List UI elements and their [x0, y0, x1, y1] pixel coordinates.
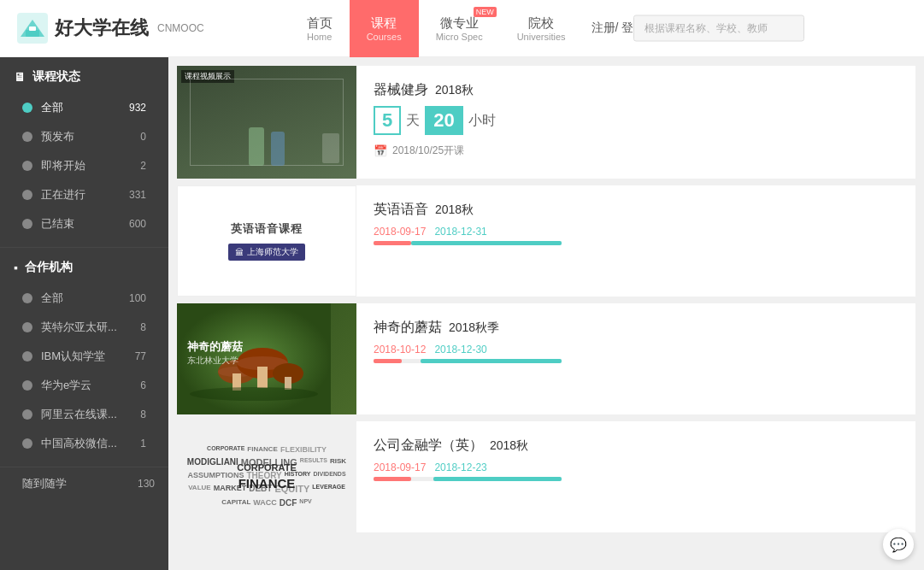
sidebar-item-huawei[interactable]: 华为e学云 6 — [14, 371, 155, 400]
course-thumb-english: 英语语音课程 🏛 上海师范大学 — [177, 185, 356, 297]
finance-word: FINANCE — [247, 445, 278, 455]
dot-icon — [22, 293, 32, 303]
finance-word: DCF — [280, 498, 297, 508]
partner-title: ▪ 合作机构 — [14, 260, 155, 284]
sidebar-item-random[interactable]: 随到随学 130 — [0, 467, 168, 500]
sidebar-item-ended[interactable]: 已结束 600 — [14, 209, 155, 238]
finance-word: VALUE — [188, 484, 211, 495]
calendar-icon: 📅 — [374, 144, 387, 157]
progress-fill-end — [421, 359, 562, 363]
course-thumb-mushroom: 神奇的蘑菇 东北林业大学 — [177, 303, 356, 414]
sidebar-item-all-courses[interactable]: 全部 932 — [14, 93, 155, 122]
active-indicator — [22, 103, 32, 113]
course-thumb-gym: 课程视频展示 — [177, 66, 356, 179]
svg-rect-10 — [257, 367, 268, 388]
new-badge: NEW — [474, 7, 497, 17]
finance-word: MODIGLIANI — [187, 457, 238, 468]
progress-fill-start — [374, 359, 402, 363]
svg-rect-12 — [285, 377, 291, 390]
nav-universities[interactable]: 院校 Universities — [500, 0, 583, 57]
school-badge: 🏛 上海师范大学 — [228, 244, 305, 261]
finance-word: WACC — [253, 498, 277, 508]
main-nav: 首页 Home 课程 Courses NEW 微专业 Micro Spec 院校… — [290, 0, 583, 57]
progress-bar-finance — [374, 477, 562, 481]
course-card-english[interactable]: 英语语音课程 🏛 上海师范大学 英语语音 2018秋 2018-09-17 20… — [177, 185, 915, 297]
partner-section: ▪ 合作机构 全部 100 英特尔亚太研... 8 IBM认知学堂 77 华为e… — [0, 248, 168, 467]
sidebar-item-ibm[interactable]: IBM认知学堂 77 — [14, 342, 155, 371]
course-info-english: 英语语音 2018秋 2018-09-17 2018-12-31 — [356, 185, 915, 297]
course-title-finance: 公司金融学（英） 2018秋 — [374, 437, 898, 455]
course-info-mushroom: 神奇的蘑菇 2018秋季 2018-10-12 2018-12-30 — [356, 303, 915, 414]
main-layout: 🖥 课程状态 全部 932 预发布 0 即将开始 2 正在进行 331 — [0, 57, 924, 570]
course-title-mushroom: 神奇的蘑菇 2018秋季 — [374, 319, 898, 337]
mushroom-svg: 神奇的蘑菇 东北林业大学 — [177, 303, 331, 414]
person-figure-2 — [271, 132, 285, 166]
course-title-english: 英语语音 2018秋 — [374, 201, 898, 219]
finance-title-overlay: CORPORATE FINANCE — [237, 461, 296, 492]
finance-word: RISK — [330, 457, 346, 468]
dot-icon — [22, 219, 32, 229]
svg-text:东北林业大学: 东北林业大学 — [187, 356, 238, 365]
course-status-title: 🖥 课程状态 — [14, 69, 155, 93]
course-status-section: 🖥 课程状态 全部 932 预发布 0 即将开始 2 正在进行 331 — [0, 57, 168, 248]
finance-word: NPV — [299, 498, 311, 508]
sidebar-item-wechat[interactable]: 中国高校微信... 1 — [14, 429, 155, 458]
sidebar-item-intel[interactable]: 英特尔亚太研... 8 — [14, 313, 155, 342]
finance-word: LEVERAGE — [312, 484, 345, 495]
gym-figures — [249, 127, 285, 166]
svg-rect-2 — [26, 30, 39, 37]
sidebar-item-upcoming-release[interactable]: 预发布 0 — [14, 122, 155, 151]
course-thumb-finance: CORPORATEFINANCEFLEXIBILITYMODIGLIANIMOD… — [177, 421, 356, 532]
svg-rect-3 — [29, 26, 36, 31]
finance-word: RESULTS — [300, 457, 327, 468]
course-card-mushroom[interactable]: 神奇的蘑菇 东北林业大学 神奇的蘑菇 2018秋季 2018-10-12 201… — [177, 303, 915, 414]
dot-icon — [22, 438, 32, 449]
search-input[interactable]: 根据课程名称、学校、教师 — [633, 15, 804, 42]
course-card-gym[interactable]: 课程视频展示 器械健身 2018秋 5 — [177, 66, 915, 179]
logo-name: 好大学在线 — [55, 15, 149, 41]
sidebar: 🖥 课程状态 全部 932 预发布 0 即将开始 2 正在进行 331 — [0, 57, 168, 570]
english-art-title: 英语语音课程 — [231, 221, 303, 237]
progress-bar-mushroom — [374, 359, 562, 363]
days-block: 5 — [374, 106, 401, 135]
dot-icon — [22, 409, 32, 420]
sidebar-item-coming-soon[interactable]: 即将开始 2 — [14, 151, 155, 180]
person-figure-1 — [249, 127, 264, 166]
dot-icon — [22, 190, 32, 200]
dot-icon — [22, 132, 32, 142]
dot-icon — [22, 351, 32, 361]
progress-fill-end — [411, 241, 562, 245]
progress-bar-english — [374, 241, 562, 245]
course-title-gym: 器械健身 2018秋 — [374, 81, 898, 99]
sidebar-item-aliyun[interactable]: 阿里云在线课... 8 — [14, 400, 155, 429]
logo-sub: CNMOOC — [157, 22, 204, 34]
finance-art: CORPORATEFINANCEFLEXIBILITYMODIGLIANIMOD… — [177, 421, 356, 532]
date-range-english: 2018-09-17 2018-12-31 — [374, 226, 898, 238]
finance-word: CORPORATE — [207, 445, 244, 455]
logo[interactable]: 好大学在线 CNMOOC — [17, 13, 204, 44]
progress-fill-end — [433, 477, 562, 481]
dot-icon — [22, 380, 32, 391]
sidebar-item-in-progress[interactable]: 正在进行 331 — [14, 180, 155, 209]
progress-fill-start — [374, 477, 411, 481]
partner-icon: ▪ — [14, 261, 18, 274]
time-blocks: 5 天 20 小时 — [374, 106, 898, 135]
course-start-date: 📅 2018/10/25开课 — [374, 144, 898, 158]
svg-text:神奇的蘑菇: 神奇的蘑菇 — [186, 340, 244, 353]
chat-icon[interactable]: 💬 — [883, 529, 914, 560]
date-range-finance: 2018-09-17 2018-12-23 — [374, 461, 898, 473]
finance-word: CAPITAL — [221, 498, 250, 508]
school-icon: 🏛 — [235, 248, 244, 257]
nav-courses[interactable]: 课程 Courses — [350, 0, 419, 57]
course-card-finance[interactable]: CORPORATEFINANCEFLEXIBILITYMODIGLIANIMOD… — [177, 421, 915, 532]
nav-home[interactable]: 首页 Home — [290, 0, 350, 57]
monitor-icon: 🖥 — [14, 70, 26, 84]
equipment-figure — [322, 133, 339, 163]
course-info-gym: 器械健身 2018秋 5 天 20 小时 📅 2018/10/25开课 — [356, 66, 915, 179]
course-info-finance: 公司金融学（英） 2018秋 2018-09-17 2018-12-23 — [356, 421, 915, 532]
header: 好大学在线 CNMOOC 首页 Home 课程 Courses NEW 微专业 … — [0, 0, 924, 57]
sidebar-item-partner-all[interactable]: 全部 100 — [14, 284, 155, 313]
svg-point-13 — [190, 387, 318, 401]
nav-micro[interactable]: NEW 微专业 Micro Spec — [419, 0, 500, 57]
date-range-mushroom: 2018-10-12 2018-12-30 — [374, 344, 898, 356]
